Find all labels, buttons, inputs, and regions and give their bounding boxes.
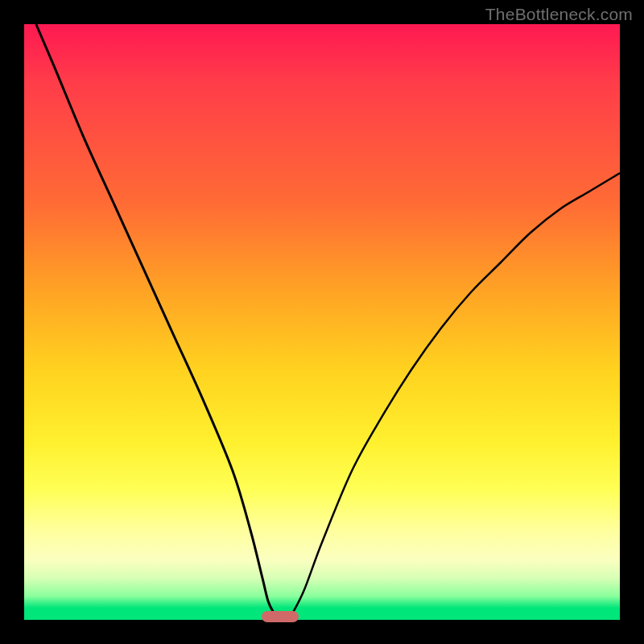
chart-frame: TheBottleneck.com (0, 0, 644, 644)
watermark-text: TheBottleneck.com (485, 5, 633, 24)
right-curve (292, 173, 620, 614)
optimal-marker (262, 611, 299, 622)
plot-area (24, 24, 620, 620)
left-curve (36, 24, 275, 614)
curve-layer (24, 24, 620, 620)
